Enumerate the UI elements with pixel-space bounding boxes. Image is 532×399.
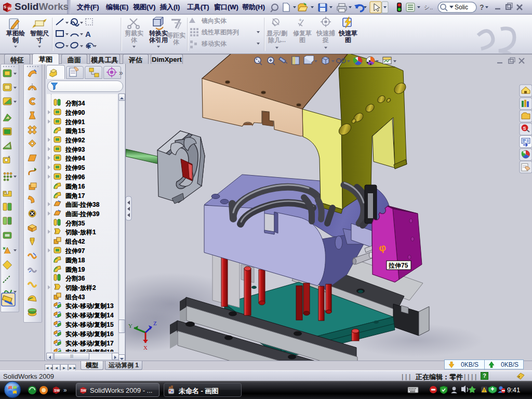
svg-text:拉伸75: 拉伸75	[388, 262, 408, 269]
svg-text:φ: φ	[378, 242, 387, 254]
svg-text:S: S	[523, 126, 526, 131]
svg-text:»: »	[119, 69, 123, 77]
svg-text:X: X	[143, 344, 148, 351]
svg-text:S: S	[4, 5, 7, 9]
svg-text:SW: SW	[81, 389, 87, 392]
svg-text:✱: ✱	[86, 43, 91, 50]
svg-text:Solic: Solic	[455, 4, 468, 11]
svg-text:?: ?	[480, 3, 484, 11]
svg-text:Z: Z	[153, 320, 157, 326]
svg-text:+: +	[299, 17, 302, 23]
svg-text:»: »	[63, 387, 67, 394]
svg-text:Y: Y	[128, 323, 132, 329]
svg-text:シ..: シ..	[424, 4, 433, 10]
svg-text:SW: SW	[54, 389, 60, 392]
svg-text:A: A	[85, 30, 91, 38]
svg-text:W: W	[8, 6, 12, 11]
svg-text:!: !	[484, 388, 485, 393]
